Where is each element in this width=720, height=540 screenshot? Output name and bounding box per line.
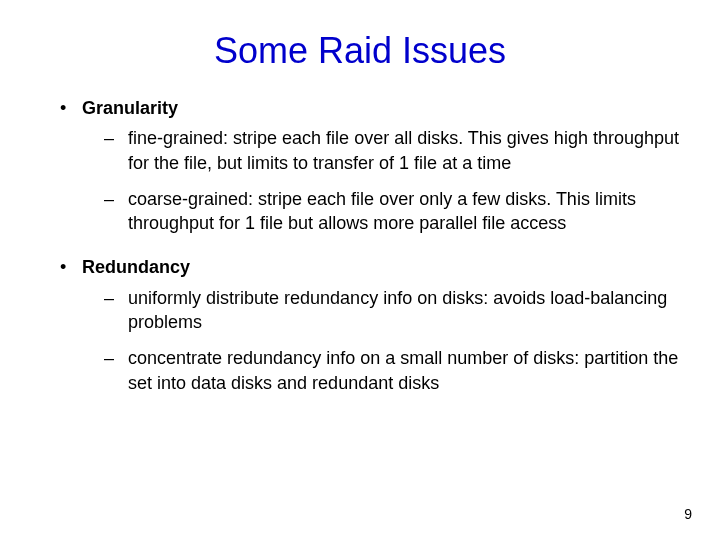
list-item: Granularity fine-grained: stripe each fi… (60, 96, 680, 235)
topic-label: Redundancy (82, 255, 680, 279)
bullet-list: Granularity fine-grained: stripe each fi… (40, 96, 680, 395)
sub-item: concentrate redundancy info on a small n… (104, 346, 680, 395)
topic-label: Granularity (82, 96, 680, 120)
sub-item: uniformly distribute redundancy info on … (104, 286, 680, 335)
slide: Some Raid Issues Granularity fine-graine… (0, 0, 720, 540)
sub-list: fine-grained: stripe each file over all … (82, 126, 680, 235)
sub-item: fine-grained: stripe each file over all … (104, 126, 680, 175)
sub-item: coarse-grained: stripe each file over on… (104, 187, 680, 236)
sub-list: uniformly distribute redundancy info on … (82, 286, 680, 395)
page-number: 9 (684, 506, 692, 522)
list-item: Redundancy uniformly distribute redundan… (60, 255, 680, 394)
slide-title: Some Raid Issues (40, 30, 680, 72)
